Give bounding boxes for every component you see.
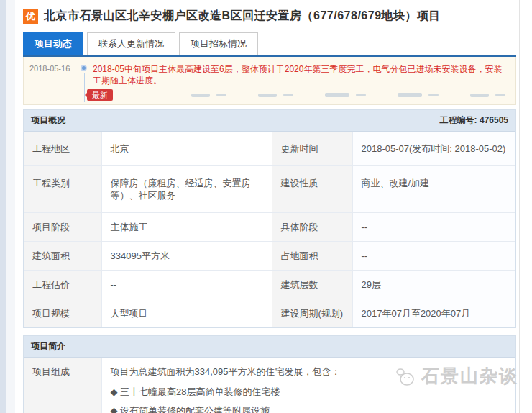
faded-item: [258, 94, 277, 97]
tab-project-updates[interactable]: 项目动态: [23, 32, 83, 55]
row-label: 建筑层数: [272, 271, 352, 299]
row-value: 大型项目: [101, 299, 272, 328]
row-label: 工程地区: [24, 132, 101, 166]
row-label: 建筑面积: [24, 242, 101, 271]
update-date: 2018-05-16: [29, 63, 77, 73]
row-value: --: [352, 242, 515, 271]
intro-table: 项目组成 项目为总建筑面积为334,095平方米的住宅发展，包含： ◆ 三十七幢…: [24, 358, 515, 413]
row-label: 项目规模: [24, 299, 101, 328]
quality-badge: 优: [23, 9, 38, 24]
page-left-gutter-inner: [6, 0, 15, 413]
table-row: 项目阶段 主体施工 具体阶段 --: [24, 213, 515, 242]
latest-update-panel: 2018-05-16 2018-05中旬项目主体最高建设至6层，整体预计于202…: [23, 57, 516, 105]
project-intro-header: 项目简介: [24, 336, 515, 358]
timeline-line: [84, 73, 85, 102]
faded-item: [216, 94, 226, 96]
timeline-dot-icon: [81, 65, 87, 71]
faded-item: [470, 94, 489, 97]
faded-item: [398, 93, 422, 97]
row-value: 北京: [101, 132, 272, 166]
composition-line: ◆ 三十七幢最高28层高简单装修的住宅楼: [111, 386, 508, 398]
row-label: 建设性质: [272, 166, 352, 213]
project-intro-panel: 项目简介 项目组成 项目为总建筑面积为334,095平方米的住宅发展，包含： ◆…: [23, 335, 516, 413]
timeline: [77, 63, 93, 86]
page-title: 北京市石景山区北辛安棚户区改造B区回迁安置房（677/678/679地块）项目: [44, 9, 441, 24]
row-value: --: [352, 213, 515, 242]
faded-item: [191, 94, 210, 97]
overview-title: 项目概况: [31, 114, 65, 127]
faded-toolbar: [113, 93, 508, 97]
table-row: 工程地区 北京 更新时间 2018-05-07(发布时间: 2018-05-02…: [24, 132, 515, 166]
tab-bidding-info[interactable]: 项目招标情况: [179, 32, 258, 55]
row-value: 主体施工: [101, 213, 272, 242]
intro-title: 项目简介: [31, 340, 65, 353]
row-value: 29层: [352, 271, 515, 299]
table-row: 项目组成 项目为总建筑面积为334,095平方米的住宅发展，包含： ◆ 三十七幢…: [24, 358, 515, 413]
composition-line: 项目为总建筑面积为334,095平方米的住宅发展，包含：: [111, 366, 508, 378]
composition-cell: 项目为总建筑面积为334,095平方米的住宅发展，包含： ◆ 三十七幢最高28层…: [101, 358, 515, 413]
table-row: 工程类别 保障房（廉租房、经适房、安置房等）、社区服务 建设性质 商业、改建/加…: [24, 166, 515, 213]
tab-contact-updates[interactable]: 联系人更新情况: [87, 32, 175, 55]
faded-item: [283, 94, 293, 96]
new-badge: 最新: [87, 89, 113, 101]
faded-item: [495, 94, 505, 96]
update-text[interactable]: 2018-05中旬项目主体最高建设至6层，整体预计于2020年第三季度完工，电气…: [93, 63, 508, 86]
row-label: 具体阶段: [272, 213, 352, 242]
table-row: 项目规模 大型项目 建设周期(规划) 2017年07月至2020年07月: [24, 299, 515, 328]
faded-item: [356, 94, 366, 96]
row-label: 项目组成: [24, 358, 101, 413]
faded-item: [325, 93, 349, 97]
project-overview-header: 项目概况 工程编号: 476505: [24, 110, 515, 132]
row-value: --: [101, 271, 272, 299]
row-label: 工程估价: [24, 271, 101, 299]
row-label: 项目阶段: [24, 213, 101, 242]
overview-table: 工程地区 北京 更新时间 2018-05-07(发布时间: 2018-05-02…: [24, 132, 515, 327]
table-row: 建筑面积 334095平方米 占地面积 --: [24, 242, 515, 271]
row-value: 334095平方米: [101, 242, 272, 271]
table-row: 工程估价 -- 建筑层数 29层: [24, 271, 515, 299]
project-number: 工程编号: 476505: [440, 114, 508, 127]
row-label: 占地面积: [272, 242, 352, 271]
page-left-gutter: [0, 0, 6, 413]
tab-bar: 项目动态 联系人更新情况 项目招标情况: [23, 32, 516, 57]
row-value: 2018-05-07(发布时间: 2018-05-02): [352, 132, 515, 166]
composition-line: ◆ 设有简单装修的配套公建等附属设施: [111, 404, 508, 413]
title-row: 优 北京市石景山区北辛安棚户区改造B区回迁安置房（677/678/679地块）项…: [23, 0, 516, 24]
content-right-border: [519, 0, 520, 413]
project-overview-panel: 项目概况 工程编号: 476505 工程地区 北京 更新时间 2018-05-0…: [23, 109, 516, 328]
faded-item: [428, 94, 439, 96]
row-value: 2017年07月至2020年07月: [352, 299, 515, 328]
main-content: 优 北京市石景山区北辛安棚户区改造B区回迁安置房（677/678/679地块）项…: [23, 0, 516, 413]
row-label: 工程类别: [24, 166, 101, 213]
row-value: 商业、改建/加建: [352, 166, 515, 213]
row-value: 保障房（廉租房、经适房、安置房等）、社区服务: [101, 166, 272, 213]
row-label: 更新时间: [272, 132, 352, 166]
row-label: 建设周期(规划): [272, 299, 352, 328]
